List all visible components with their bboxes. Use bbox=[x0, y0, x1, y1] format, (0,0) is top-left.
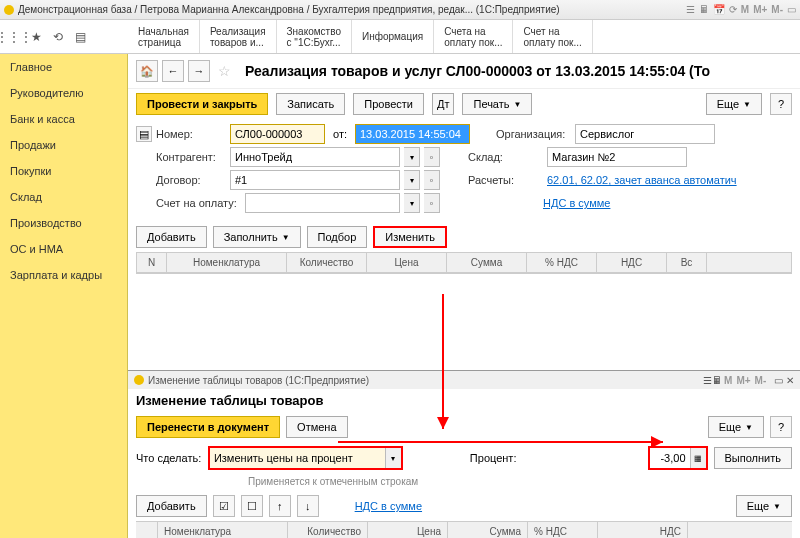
col-n[interactable]: N bbox=[137, 253, 167, 272]
col-vatp[interactable]: % НДС bbox=[527, 253, 597, 272]
doc-type-icon[interactable]: ▤ bbox=[136, 126, 152, 142]
dt-button[interactable]: Дт bbox=[432, 93, 455, 115]
fwd-button[interactable]: → bbox=[188, 60, 210, 82]
nav-assets[interactable]: ОС и НМА bbox=[0, 236, 127, 262]
change-button[interactable]: Изменить bbox=[373, 226, 447, 248]
modal-grid: Номенклатура Количество Цена Сумма % НДС… bbox=[136, 521, 792, 538]
icon[interactable]: 📅 bbox=[713, 4, 725, 15]
nav-purchases[interactable]: Покупки bbox=[0, 158, 127, 184]
fill-button[interactable]: Заполнить▼ bbox=[213, 226, 301, 248]
action-dd[interactable]: ▾ bbox=[385, 448, 401, 468]
modal-vat-link[interactable]: НДС в сумме bbox=[355, 500, 422, 512]
pick-button[interactable]: Подбор bbox=[307, 226, 368, 248]
contr-input[interactable] bbox=[230, 147, 400, 167]
col-all[interactable]: Вс bbox=[667, 253, 707, 272]
home-button[interactable]: 🏠 bbox=[136, 60, 158, 82]
mem-mminus[interactable]: M- bbox=[771, 4, 783, 15]
tab-invoice[interactable]: Счет наоплату пок... bbox=[513, 20, 592, 53]
col-chk[interactable] bbox=[136, 522, 158, 538]
exec-button[interactable]: Выполнить bbox=[714, 447, 792, 469]
modal-m[interactable]: M bbox=[724, 375, 732, 386]
modal-more2[interactable]: Еще▼ bbox=[736, 495, 792, 517]
icon[interactable]: ☰ bbox=[703, 375, 712, 386]
icon[interactable]: ☰ bbox=[686, 4, 695, 15]
modal-add-button[interactable]: Добавить bbox=[136, 495, 207, 517]
star-icon[interactable]: ★ bbox=[28, 29, 44, 45]
tab-realization[interactable]: Реализациятоваров и... bbox=[200, 20, 277, 53]
nav-main[interactable]: Главное bbox=[0, 54, 127, 80]
mem-mplus[interactable]: M+ bbox=[753, 4, 767, 15]
pct-input[interactable] bbox=[650, 448, 690, 468]
print-button[interactable]: Печать▼ bbox=[462, 93, 532, 115]
write-button[interactable]: Записать bbox=[276, 93, 345, 115]
col-sum[interactable]: Сумма bbox=[447, 253, 527, 272]
icon[interactable]: ⟳ bbox=[729, 4, 737, 15]
nav-sales[interactable]: Продажи bbox=[0, 132, 127, 158]
vat-link[interactable]: НДС в сумме bbox=[543, 197, 610, 209]
tab-invoices[interactable]: Счета наоплату пок... bbox=[434, 20, 513, 53]
modal-title-text: Изменение таблицы товаров (1С:Предприяти… bbox=[148, 375, 369, 386]
col2-vat[interactable]: НДС bbox=[598, 522, 688, 538]
inv-dd[interactable]: ▾ bbox=[404, 193, 420, 213]
col-nom[interactable]: Номенклатура bbox=[167, 253, 287, 272]
nav-bank[interactable]: Банк и касса bbox=[0, 106, 127, 132]
inv-open[interactable]: ▫ bbox=[424, 193, 440, 213]
titlebar-icons: ☰ 🖩 📅 ⟳ M M+ M- ▭ bbox=[686, 4, 796, 15]
menu-icon[interactable]: ▤ bbox=[72, 29, 88, 45]
col2-qty[interactable]: Количество bbox=[288, 522, 368, 538]
up-icon[interactable]: ↑ bbox=[269, 495, 291, 517]
wh-input[interactable] bbox=[547, 147, 687, 167]
icon[interactable]: 🖩 bbox=[712, 375, 722, 386]
inv-input[interactable] bbox=[245, 193, 400, 213]
pct-calc-icon[interactable]: ▦ bbox=[690, 448, 706, 468]
modal-close-icon[interactable]: ▭ ✕ bbox=[774, 375, 794, 386]
help-button[interactable]: ? bbox=[770, 93, 792, 115]
number-input[interactable] bbox=[230, 124, 325, 144]
org-input[interactable] bbox=[575, 124, 715, 144]
post-close-button[interactable]: Провести и закрыть bbox=[136, 93, 268, 115]
date-input[interactable]: 13.03.2015 14:55:04 bbox=[355, 124, 470, 144]
modal-more-button[interactable]: Еще▼ bbox=[708, 416, 764, 438]
contr-open[interactable]: ▫ bbox=[424, 147, 440, 167]
favorite-icon[interactable]: ☆ bbox=[218, 63, 231, 79]
col-qty[interactable]: Количество bbox=[287, 253, 367, 272]
action-select[interactable] bbox=[210, 448, 385, 468]
down-icon[interactable]: ↓ bbox=[297, 495, 319, 517]
back-button[interactable]: ← bbox=[162, 60, 184, 82]
modal-mminus[interactable]: M- bbox=[755, 375, 767, 386]
add-button[interactable]: Добавить bbox=[136, 226, 207, 248]
apps-icon[interactable]: ⋮⋮⋮ bbox=[6, 29, 22, 45]
nav-manager[interactable]: Руководителю bbox=[0, 80, 127, 106]
tab-start[interactable]: Начальнаястраница bbox=[128, 20, 200, 53]
check-all-icon[interactable]: ☑ bbox=[213, 495, 235, 517]
col2-sum[interactable]: Сумма bbox=[448, 522, 528, 538]
tab-info[interactable]: Информация bbox=[352, 20, 434, 53]
cancel-button[interactable]: Отмена bbox=[286, 416, 347, 438]
mem-m[interactable]: M bbox=[741, 4, 749, 15]
modal-tbl-toolbar: Добавить ☑ ☐ ↑ ↓ НДС в сумме Еще▼ bbox=[128, 491, 800, 521]
dog-open[interactable]: ▫ bbox=[424, 170, 440, 190]
col2-vatp[interactable]: % НДС bbox=[528, 522, 598, 538]
calc-link[interactable]: 62.01, 62.02, зачет аванса автоматич bbox=[547, 174, 737, 186]
nav-payroll[interactable]: Зарплата и кадры bbox=[0, 262, 127, 288]
nav-warehouse[interactable]: Склад bbox=[0, 184, 127, 210]
modal-mplus[interactable]: M+ bbox=[736, 375, 750, 386]
icon[interactable]: 🖩 bbox=[699, 4, 709, 15]
more-button[interactable]: Еще▼ bbox=[706, 93, 762, 115]
document-content: 🏠 ← → ☆ Реализация товаров и услуг СЛ00-… bbox=[128, 54, 800, 538]
uncheck-all-icon[interactable]: ☐ bbox=[241, 495, 263, 517]
col-price[interactable]: Цена bbox=[367, 253, 447, 272]
modal-help[interactable]: ? bbox=[770, 416, 792, 438]
transfer-button[interactable]: Перенести в документ bbox=[136, 416, 280, 438]
icon[interactable]: ▭ bbox=[787, 4, 796, 15]
col-vat[interactable]: НДС bbox=[597, 253, 667, 272]
contr-dd[interactable]: ▾ bbox=[404, 147, 420, 167]
post-button[interactable]: Провести bbox=[353, 93, 424, 115]
nav-production[interactable]: Производство bbox=[0, 210, 127, 236]
tab-intro[interactable]: Знакомствос "1С:Бухг... bbox=[277, 20, 352, 53]
col2-price[interactable]: Цена bbox=[368, 522, 448, 538]
col2-nom[interactable]: Номенклатура bbox=[158, 522, 288, 538]
history-icon[interactable]: ⟲ bbox=[50, 29, 66, 45]
dog-input[interactable] bbox=[230, 170, 400, 190]
dog-dd[interactable]: ▾ bbox=[404, 170, 420, 190]
